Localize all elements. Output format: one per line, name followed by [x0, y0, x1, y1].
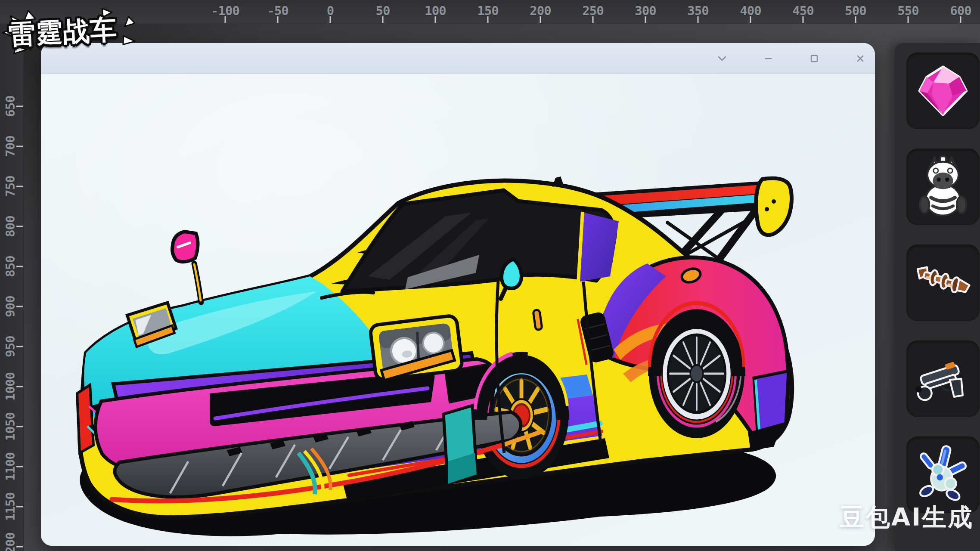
maximize-icon [809, 53, 820, 64]
ruler-left-tick [16, 466, 23, 467]
zebra-icon [913, 155, 973, 219]
window-titlebar[interactable] [41, 43, 875, 74]
ruler-left-tick [16, 146, 23, 147]
ruler-top-tick [435, 16, 436, 23]
ruler-left-label: 700 [3, 136, 18, 157]
logo-text: 雷霆战车 [8, 11, 118, 53]
sidebar-item-gem[interactable] [906, 53, 980, 129]
ruler-top-tick [225, 16, 226, 23]
ruler-top-tick [540, 16, 541, 23]
ruler-top-label: -50 [267, 3, 288, 18]
ruler-horizontal: -100-50050100150200250300350400450500550… [0, 0, 980, 24]
ruler-top-tick [277, 16, 279, 23]
ruler-top-tick [698, 16, 699, 23]
ruler-top-tick [382, 16, 384, 23]
ruler-left-tick [16, 266, 23, 267]
close-icon [855, 53, 866, 64]
ruler-top-label: 50 [376, 3, 390, 18]
ruler-top-label: 200 [530, 3, 551, 18]
ai-watermark: 豆包AI生成 [840, 501, 974, 534]
ruler-top-tick [592, 16, 594, 23]
ruler-left-label: 1050 [3, 412, 18, 441]
ruler-top-label: 450 [792, 3, 813, 18]
roof-antenna [552, 176, 564, 187]
sidebar-item-pistol[interactable] [906, 341, 980, 417]
windshield [342, 190, 616, 291]
ruler-top-label: 150 [477, 3, 498, 18]
desktop-background: -100-50050100150200250300350400450500550… [0, 0, 980, 551]
ruler-left-label: 900 [3, 296, 18, 317]
sidebar-item-crankshaft[interactable] [906, 245, 980, 321]
window-close-button[interactable] [851, 49, 870, 68]
ruler-left-tick [16, 306, 23, 307]
window-maximize-button[interactable] [805, 49, 824, 68]
ruler-left-label: 950 [3, 336, 18, 357]
ruler-left-label: 1200 [3, 532, 18, 551]
window-dropdown-button[interactable] [713, 49, 732, 68]
ruler-left-tick [16, 346, 23, 347]
window-minimize-button[interactable] [759, 49, 778, 68]
wing-endplate [756, 178, 792, 235]
front-fender-accent [77, 385, 93, 453]
ruler-vertical: 6507007508008509009501000105011001150120… [0, 24, 24, 551]
crankshaft-icon [912, 257, 974, 309]
app-logo: 雷霆战车 [0, 4, 136, 56]
sidebar-item-zebra[interactable] [906, 149, 980, 225]
ruler-left-tick [16, 386, 23, 387]
gem-icon [913, 61, 973, 121]
ruler-left-tick [16, 226, 23, 227]
canvas-area [41, 74, 875, 546]
ruler-top-label: 500 [845, 3, 866, 18]
ruler-top-tick [908, 16, 909, 23]
ruler-top-label: -100 [211, 3, 239, 18]
ruler-top-tick [330, 16, 331, 23]
headlight-right [370, 315, 463, 381]
ruler-top-tick [645, 16, 646, 23]
ruler-left-label: 650 [3, 96, 18, 117]
ruler-left-label: 1000 [3, 372, 18, 401]
minimize-icon [763, 53, 774, 64]
ruler-top-label: 300 [635, 3, 656, 18]
ruler-left-label: 1150 [3, 492, 18, 521]
mirror-pink [172, 232, 201, 302]
item-sidebar [895, 43, 980, 551]
ruler-left-label: 750 [3, 176, 18, 197]
door-handle [533, 310, 542, 330]
image-viewer-window [41, 43, 875, 546]
ruler-left-tick [16, 186, 23, 187]
ruler-top-label: 100 [425, 3, 446, 18]
ruler-top-label: 0 [327, 3, 334, 18]
ruler-left-tick [16, 546, 23, 548]
ruler-top-label: 600 [950, 3, 971, 18]
chevron-down-icon [716, 53, 728, 64]
car-illustration [41, 74, 875, 546]
ruler-left-label: 850 [3, 256, 18, 277]
ruler-left-tick [16, 426, 23, 427]
ruler-left-label: 800 [3, 216, 18, 237]
ruler-top-label: 550 [897, 3, 918, 18]
robot-insect-icon [912, 445, 974, 505]
ruler-left-tick [16, 106, 23, 107]
ruler-left-label: 1100 [3, 452, 18, 481]
ruler-top-tick [487, 16, 489, 23]
ruler-top-label: 350 [687, 3, 708, 18]
ruler-left-tick [16, 506, 23, 508]
ruler-top-tick [960, 16, 961, 23]
ruler-top-tick [803, 16, 804, 23]
pistol-icon [912, 351, 974, 407]
ruler-top-label: 250 [582, 3, 603, 18]
ruler-top-tick [855, 16, 856, 23]
ruler-top-tick [750, 16, 751, 23]
ruler-top-label: 400 [740, 3, 761, 18]
